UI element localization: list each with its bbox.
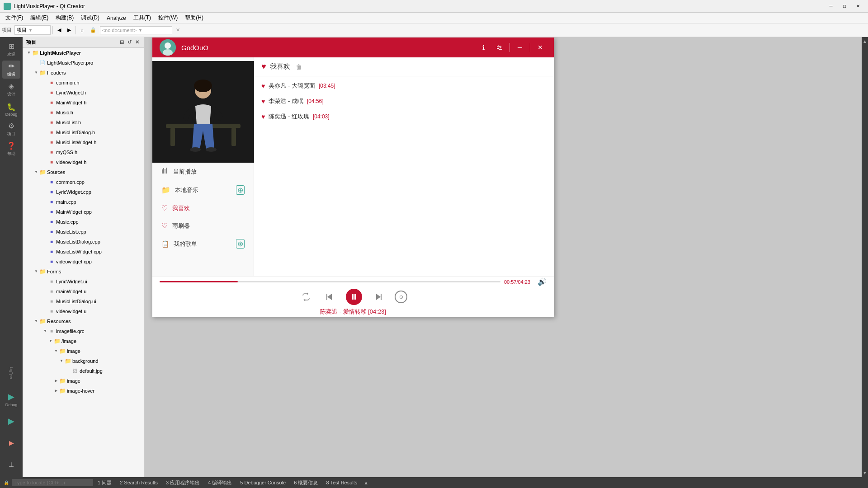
tree-item-musiclist-cpp[interactable]: ■ MusicList.cpp — [23, 227, 144, 237]
sync-icon[interactable]: ↺ — [126, 39, 133, 46]
tree-item-musiclistwidget-cpp[interactable]: ■ MusicListWidget.cpp — [23, 247, 144, 257]
lock-button[interactable]: 🔒 — [87, 26, 99, 34]
playlist-delete-icon[interactable]: 🗑 — [296, 63, 302, 70]
nav-item-my-playlist[interactable]: 📋 我的歌单 ⊕ — [152, 235, 254, 253]
tree-item-image-root[interactable]: ▼ 📁 /image — [23, 336, 144, 346]
menu-tools[interactable]: 工具(T) — [130, 13, 155, 23]
tree-item-lyric-h[interactable]: ■ LyricWidget.h — [23, 88, 144, 98]
play-pause-button[interactable] — [346, 289, 362, 305]
tree-item-mainwidget-cpp[interactable]: ■ MainWidget.cpp — [23, 207, 144, 217]
tree-item-myqss-h[interactable]: ■ myQSS.h — [23, 147, 144, 157]
tree-item-background-folder[interactable]: ▼ 📁 background — [23, 356, 144, 366]
scroll-down-icon[interactable]: ▼ — [863, 470, 867, 475]
tree-item-videowidget-cpp[interactable]: ■ videowidget.cpp — [23, 257, 144, 267]
next-button[interactable] — [371, 290, 386, 304]
tree-item-image-hover-folder[interactable]: ▶ 📁 image-hover — [23, 386, 144, 396]
tree-item-music-h[interactable]: ■ Music.h — [23, 108, 144, 117]
status-tab-app-output[interactable]: 3 应用程序输出 — [162, 479, 203, 487]
right-scrollbar[interactable]: ▲ ▼ — [862, 37, 868, 477]
loop-button[interactable] — [299, 290, 313, 304]
sidebar-item-help[interactable]: ❓ 帮助 — [2, 140, 20, 158]
player-shop-button[interactable]: 🛍 — [493, 41, 506, 54]
sidebar-bottom-button[interactable]: ⊥ — [2, 455, 20, 474]
status-tab-test[interactable]: 8 Test Results — [322, 479, 361, 486]
close-panel-icon[interactable]: ✕ — [134, 39, 141, 46]
tree-item-videowidget-h[interactable]: ■ videowidget.h — [23, 157, 144, 167]
menu-controls[interactable]: 控件(W) — [155, 13, 181, 23]
menu-edit[interactable]: 编辑(E) — [27, 13, 52, 23]
nav-home-button[interactable]: ⌂ — [78, 27, 86, 34]
nav-back-button[interactable]: ◀ — [55, 26, 64, 34]
menu-debug[interactable]: 调试(D) — [77, 13, 103, 23]
close-doc-button[interactable]: ✕ — [173, 26, 183, 34]
menu-help[interactable]: 帮助(H) — [181, 13, 207, 23]
tree-item-main-ui[interactable]: ■ mainWidget.ui — [23, 286, 144, 296]
tree-item-musiclistdialog-cpp[interactable]: ■ MusicListDialog.cpp — [23, 237, 144, 247]
sidebar-item-debug-run[interactable]: ▶ Debug — [2, 390, 20, 408]
tree-root[interactable]: ▼ 📁 LightMusicPlayer — [23, 48, 144, 58]
nav-forward-button[interactable]: ▶ — [65, 26, 74, 34]
tree-item-main-cpp[interactable]: ■ main.cpp — [23, 197, 144, 207]
player-minimize-button[interactable]: ─ — [514, 41, 526, 54]
status-tab-overview[interactable]: 6 概要信息 — [290, 479, 321, 487]
sidebar-item-edit[interactable]: ✏ 编辑 — [2, 61, 20, 79]
nav-item-now-playing[interactable]: 当前播放 — [152, 163, 254, 181]
sidebar-run-button[interactable]: ▶ — [2, 412, 20, 430]
tree-item-musiclist-h[interactable]: ■ MusicList.h — [23, 117, 144, 127]
status-tab-search[interactable]: 2 Search Results — [116, 479, 161, 486]
progress-bar[interactable] — [160, 281, 500, 282]
mode-button[interactable]: ⊙ — [395, 291, 407, 303]
song-item-2[interactable]: ♥ 李荣浩 - 成眠 [04:56] — [254, 94, 554, 109]
tree-item-music-cpp[interactable]: ■ Music.cpp — [23, 217, 144, 227]
tree-item-forms[interactable]: ▼ 📁 Forms — [23, 267, 144, 277]
filter-icon[interactable]: ⊟ — [118, 39, 125, 46]
tree-item-main-h[interactable]: ■ MainWidget.h — [23, 98, 144, 108]
tree-item-default-jpg[interactable]: 🖼 default.jpg — [23, 366, 144, 376]
prev-button[interactable] — [322, 290, 337, 304]
tree-item-videowidget-ui[interactable]: ■ videowidget.ui — [23, 306, 144, 316]
tree-item-musiclistdialog-ui[interactable]: ■ MusicListDialog.ui — [23, 296, 144, 306]
sidebar-item-project[interactable]: ⚙ 项目 — [2, 120, 20, 138]
nav-item-rain-cleaner[interactable]: ♡ 雨刷器 — [152, 217, 254, 235]
sidebar-item-welcome[interactable]: ⊞ 欢迎 — [2, 41, 20, 59]
tree-item-lyric-cpp[interactable]: ■ LyricWidget.cpp — [23, 187, 144, 197]
menu-analyze[interactable]: Analyze — [103, 14, 130, 22]
tree-item-resources[interactable]: ▼ 📁 Resources — [23, 316, 144, 326]
tree-item-sources[interactable]: ▼ 📁 Sources — [23, 167, 144, 177]
add-playlist-icon[interactable]: ⊕ — [236, 239, 245, 249]
tree-item-musiclistdialog-h[interactable]: ■ MusicListDialog.h — [23, 127, 144, 137]
locate-input[interactable] — [12, 479, 93, 486]
status-tab-compile[interactable]: 4 编译输出 — [204, 479, 236, 487]
menu-file[interactable]: 文件(F) — [2, 13, 27, 23]
add-local-music-icon[interactable]: ⊕ — [236, 185, 245, 195]
song-item-3[interactable]: ♥ 陈奕迅 - 红玫瑰 [04:03] — [254, 109, 554, 124]
tree-item-common-h[interactable]: ■ common.h — [23, 78, 144, 88]
tree-item-image-folder[interactable]: ▼ 📁 image — [23, 346, 144, 356]
project-dropdown[interactable]: 项目 ▼ — [14, 25, 51, 35]
menu-build[interactable]: 构建(B) — [52, 13, 77, 23]
sidebar-lyric-hint[interactable]: Lig"yer — [2, 360, 20, 387]
maximize-button[interactable]: □ — [838, 2, 851, 11]
minimize-button[interactable]: ─ — [825, 2, 837, 11]
tree-item-image-folder2[interactable]: ▶ 📁 image — [23, 376, 144, 386]
sidebar-item-debug[interactable]: 🐛 Debug — [2, 100, 20, 118]
status-tab-issues[interactable]: 1 问题 — [94, 479, 115, 487]
nav-item-favorites[interactable]: ♡ 我喜欢 — [152, 199, 254, 217]
document-dropdown[interactable]: <no document> ▼ — [100, 26, 172, 34]
volume-icon[interactable]: 🔊 — [538, 277, 547, 286]
song-item-1[interactable]: ♥ 吴亦凡 - 大碗宽面 [03:45] — [254, 78, 554, 94]
sidebar-item-design[interactable]: ◈ 设计 — [2, 80, 20, 99]
status-expand-icon[interactable]: ▲ — [363, 480, 368, 485]
tree-item-lyric-ui[interactable]: ■ LyricWidget.ui — [23, 277, 144, 286]
tree-item-common-cpp[interactable]: ■ common.cpp — [23, 177, 144, 187]
tree-item-imagefile-qrc[interactable]: ▼ ■ imagefile.qrc — [23, 326, 144, 336]
close-button[interactable]: ✕ — [852, 2, 864, 11]
player-info-button[interactable]: ℹ — [477, 41, 490, 54]
player-close-button[interactable]: ✕ — [534, 41, 547, 54]
status-tab-debugger[interactable]: 5 Debugger Console — [236, 479, 289, 486]
nav-item-local-music[interactable]: 📁 本地音乐 ⊕ — [152, 181, 254, 199]
scroll-up-icon[interactable]: ▲ — [863, 39, 867, 44]
tree-item-musiclistwidget-h[interactable]: ■ MusicListWidget.h — [23, 137, 144, 147]
sidebar-run-debug-button[interactable]: ▶ — [2, 434, 20, 452]
tree-item-pro[interactable]: 📄 LightMusicPlayer.pro — [23, 58, 144, 68]
